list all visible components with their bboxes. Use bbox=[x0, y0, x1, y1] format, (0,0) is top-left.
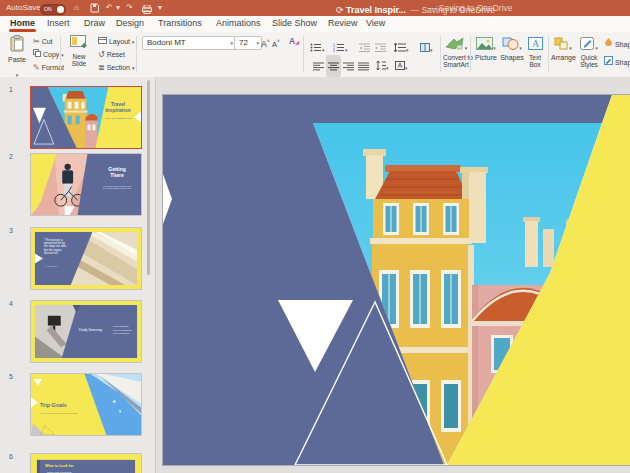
thumb1-title-line2: Inspiration bbox=[105, 107, 131, 113]
tab-animations[interactable]: Animations bbox=[216, 16, 261, 31]
paragraph-spacing-icon bbox=[394, 43, 406, 52]
thumb4-bullet2: Second destination bbox=[113, 329, 132, 331]
tab-slideshow[interactable]: Slide Show bbox=[272, 16, 317, 31]
group-separator bbox=[548, 36, 549, 72]
columns-button[interactable]: ▾ bbox=[420, 38, 433, 56]
undo-dropdown-icon[interactable]: ▾ bbox=[116, 0, 120, 16]
slide-number: 2 bbox=[9, 153, 21, 160]
font-size-dropdown-icon: ▾ bbox=[256, 37, 259, 49]
smartart-label2: SmartArt bbox=[443, 61, 469, 68]
reset-button[interactable]: ↺ Reset bbox=[98, 49, 125, 60]
slide-thumbnail-3[interactable]: "The journey is measured not by the maps… bbox=[30, 227, 142, 290]
numbering-button[interactable]: 123▾ bbox=[333, 38, 348, 56]
section-button[interactable]: ≣ Section ▾ bbox=[98, 62, 134, 73]
text-direction-icon bbox=[395, 61, 405, 70]
align-right-button[interactable] bbox=[341, 55, 356, 77]
decrease-indent-button[interactable] bbox=[359, 38, 370, 56]
picture-button[interactable]: ▾ Picture bbox=[474, 36, 498, 61]
current-slide[interactable] bbox=[162, 94, 630, 466]
clear-formatting-button[interactable]: A◢ bbox=[289, 35, 299, 47]
cut-button[interactable]: ✂ Cut bbox=[33, 36, 53, 47]
reset-icon: ↺ bbox=[98, 50, 105, 59]
textbox-button[interactable]: A Text Box bbox=[524, 36, 546, 69]
group-separator bbox=[60, 36, 61, 72]
new-slide-label2: Slide bbox=[72, 60, 86, 67]
slide-thumbnail-4[interactable]: Daily Itinerary First destination Second… bbox=[30, 300, 142, 363]
layout-button[interactable]: Layout ▾ bbox=[98, 36, 134, 47]
textbox-icon: A bbox=[528, 37, 543, 50]
shape-outline-button[interactable]: Shape Outline bbox=[604, 56, 630, 67]
textbox-label1: Text bbox=[529, 54, 541, 61]
ribbon-tabs: Home Insert Draw Design Transitions Anim… bbox=[0, 16, 630, 33]
paste-button[interactable]: Paste ▾ bbox=[4, 35, 30, 81]
thumb5-title: Trip Goals bbox=[40, 402, 84, 408]
font-name-value: Bodoni MT bbox=[147, 38, 186, 47]
shape-fill-label: Shape Fill bbox=[615, 41, 630, 48]
increase-indent-icon bbox=[375, 43, 386, 52]
font-size-value: 72 bbox=[239, 38, 248, 47]
tab-insert[interactable]: Insert bbox=[47, 16, 70, 31]
thumb4-title: Daily Itinerary bbox=[79, 328, 113, 332]
bullets-button[interactable]: ▾ bbox=[310, 38, 325, 56]
thumb2-title-line2: There bbox=[110, 172, 124, 178]
cut-icon: ✂ bbox=[33, 37, 40, 46]
tab-review[interactable]: Review bbox=[328, 16, 358, 31]
undo-icon[interactable]: ↶ bbox=[106, 0, 113, 16]
font-name-combobox[interactable]: Bodoni MT▾ bbox=[142, 36, 236, 50]
numbering-icon: 123 bbox=[333, 43, 345, 52]
paste-label: Paste bbox=[4, 56, 30, 63]
toolbar-more-icon[interactable]: ▾ bbox=[158, 0, 162, 16]
increase-indent-button[interactable] bbox=[375, 38, 386, 56]
new-slide-button[interactable]: New Slide bbox=[64, 35, 94, 68]
text-direction-button[interactable]: ▾ bbox=[395, 56, 408, 74]
thumb3-attribution: — Unknown bbox=[44, 266, 74, 269]
autosave-toggle[interactable]: ON bbox=[40, 4, 66, 15]
arrange-label: Arrange bbox=[551, 54, 575, 61]
slide-thumbnail-1[interactable]: Travel Inspiration A TRAVEL PRESENTATION bbox=[30, 86, 142, 149]
thumbnail-scrollbar[interactable] bbox=[147, 80, 150, 275]
tab-view[interactable]: View bbox=[366, 16, 385, 31]
autosave-label: AutoSave bbox=[6, 0, 41, 16]
tab-draw[interactable]: Draw bbox=[84, 16, 105, 31]
smartart-icon bbox=[445, 37, 465, 50]
paragraph-spacing-button[interactable]: ▾ bbox=[394, 38, 409, 56]
slide-canvas[interactable] bbox=[156, 77, 630, 473]
thumb2-body-line2: see all the sights along the way bbox=[103, 187, 131, 189]
slide-thumbnail-6[interactable]: What to Look for Unique local experience… bbox=[30, 453, 142, 473]
home-icon[interactable]: ⌂ bbox=[74, 0, 79, 16]
slide-number: 6 bbox=[9, 453, 21, 460]
textbox-label2: Box bbox=[529, 61, 540, 68]
align-left-button[interactable] bbox=[311, 55, 326, 77]
copy-icon bbox=[33, 49, 41, 57]
slide-thumbnail-panel: 1 2 3 4 5 6 bbox=[0, 77, 156, 473]
justify-icon bbox=[358, 62, 369, 71]
redo-icon[interactable]: ↷ bbox=[126, 0, 133, 16]
new-slide-icon bbox=[70, 35, 89, 49]
shapes-button[interactable]: ▾ Shapes bbox=[500, 36, 524, 61]
grow-font-button[interactable]: A˄ bbox=[261, 35, 270, 47]
align-center-button[interactable] bbox=[326, 55, 341, 77]
thumb4-bullet3: Third destination bbox=[113, 332, 129, 334]
tab-design[interactable]: Design bbox=[116, 16, 144, 31]
shape-outline-icon bbox=[604, 56, 613, 65]
justify-button[interactable] bbox=[356, 55, 371, 77]
slide-thumbnail-2[interactable]: Getting There We'll wander here and ther… bbox=[30, 153, 142, 216]
arrange-button[interactable]: ▾ Arrange bbox=[551, 36, 575, 61]
align-right-icon bbox=[343, 62, 354, 71]
quick-styles-icon bbox=[580, 37, 595, 50]
format-painter-icon: ✎ bbox=[33, 63, 40, 72]
line-spacing-button[interactable]: ▾ bbox=[376, 56, 389, 74]
ribbon: Paste ▾ ✂ Cut Copy ▾ ✎ Format New Slide … bbox=[0, 32, 630, 78]
shape-fill-button[interactable]: Shape Fill bbox=[604, 38, 630, 49]
tab-transitions[interactable]: Transitions bbox=[158, 16, 202, 31]
quick-styles-button[interactable]: ▾ Quick Styles bbox=[577, 36, 601, 69]
convert-smartart-button[interactable]: ▾ Convert to SmartArt bbox=[443, 36, 469, 69]
shrink-font-button[interactable]: A˅ bbox=[272, 35, 280, 47]
shape-outline-label: Shape Outline bbox=[615, 59, 630, 66]
group-separator bbox=[470, 36, 471, 72]
slide-thumbnail-5[interactable]: Trip Goals WHAT WE WANT OUT OF THIS TRIP bbox=[30, 373, 142, 436]
group-separator bbox=[440, 36, 441, 72]
font-size-combobox[interactable]: 72▾ bbox=[234, 36, 262, 50]
smartart-label1: Convert to bbox=[443, 54, 473, 61]
shape-fill-icon bbox=[604, 38, 613, 47]
